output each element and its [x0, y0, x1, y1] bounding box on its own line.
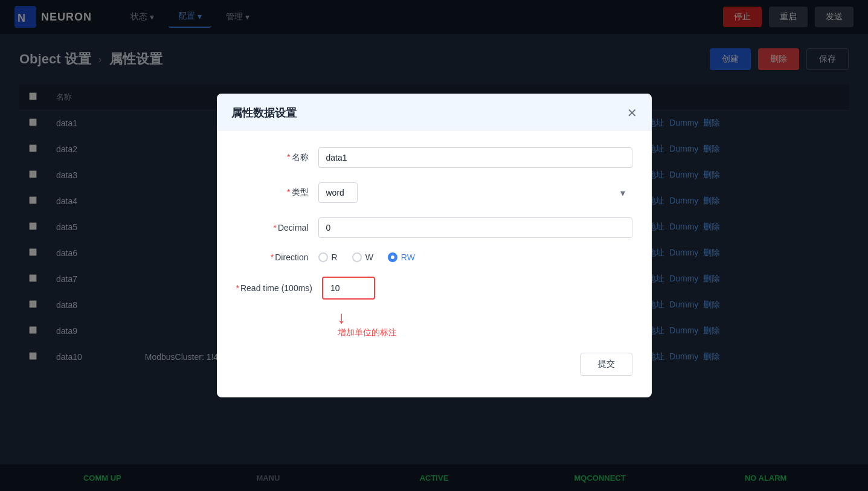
radio-label-W: W — [365, 252, 373, 262]
modal-title: 属性数据设置 — [231, 106, 297, 120]
read-time-input[interactable] — [324, 279, 373, 297]
name-label: *名称 — [236, 152, 309, 163]
modal-header: 属性数据设置 ✕ — [217, 94, 652, 130]
type-label: *类型 — [236, 187, 309, 198]
modal-dialog: 属性数据设置 ✕ *名称 *类型 word int16 — [217, 94, 652, 397]
radio-label-R: R — [332, 252, 338, 262]
read-time-label: *Read time (100ms) — [236, 283, 313, 293]
read-time-input-wrapper — [322, 277, 375, 300]
annotation-area: ↓ 增加单位的标注 — [338, 309, 632, 338]
radio-option-RW[interactable]: RW — [388, 252, 415, 262]
type-select-wrapper: word int16 uint16 int32 float ▾ — [318, 182, 632, 203]
direction-group: R W RW — [318, 252, 415, 262]
form-row-name: *名称 — [236, 147, 632, 168]
form-row-read-time: *Read time (100ms) — [236, 277, 632, 300]
down-arrow-icon: ↓ — [338, 309, 346, 326]
form-row-decimal: *Decimal — [236, 217, 632, 238]
submit-button[interactable]: 提交 — [580, 353, 632, 376]
direction-label: *Direction — [236, 252, 309, 262]
radio-option-W[interactable]: W — [352, 252, 373, 262]
radio-circle-R — [318, 252, 328, 262]
name-input[interactable] — [318, 147, 632, 168]
chevron-down-icon: ▾ — [620, 187, 625, 199]
decimal-label: *Decimal — [236, 223, 309, 233]
modal-body: *名称 *类型 word int16 uint16 int32 float — [217, 130, 652, 397]
annotation-text: 增加单位的标注 — [338, 327, 397, 338]
modal-overlay: 属性数据设置 ✕ *名称 *类型 word int16 — [0, 0, 868, 491]
type-select[interactable]: word int16 uint16 int32 float — [318, 182, 358, 203]
form-row-type: *类型 word int16 uint16 int32 float ▾ — [236, 182, 632, 203]
form-row-direction: *Direction R W RW — [236, 252, 632, 262]
modal-close-button[interactable]: ✕ — [627, 107, 637, 119]
decimal-input[interactable] — [318, 217, 632, 238]
radio-circle-W — [352, 252, 362, 262]
radio-circle-RW — [388, 252, 397, 262]
radio-label-RW: RW — [401, 252, 415, 262]
radio-option-R[interactable]: R — [318, 252, 338, 262]
modal-footer: 提交 — [236, 353, 632, 380]
